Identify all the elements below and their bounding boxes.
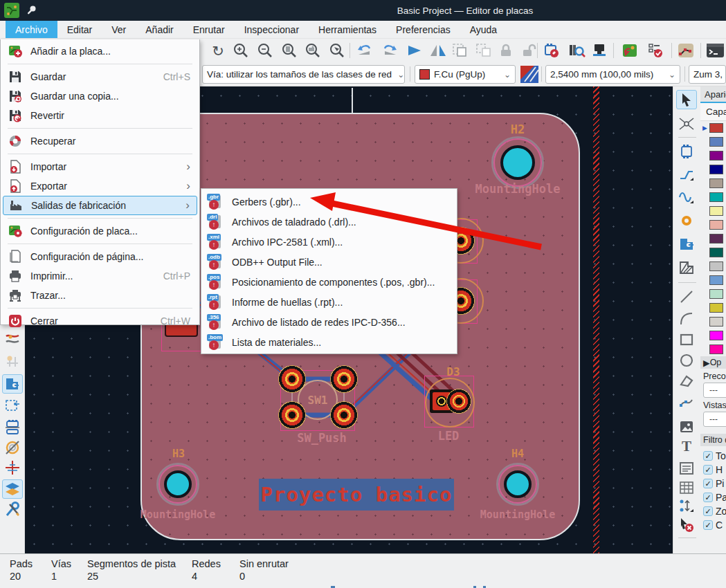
presets-select[interactable]: --- — [703, 383, 726, 398]
menu-herramientas[interactable]: Herramientas — [309, 21, 386, 38]
tab-capas[interactable]: Capas — [700, 103, 726, 121]
submenu-item-odb[interactable]: .odb↑ ODB++ Output File... — [201, 252, 457, 272]
menu-item-export[interactable]: Exportar› — [3, 176, 197, 196]
zone-outline-icon[interactable] — [2, 396, 23, 415]
draw-circle-icon[interactable] — [676, 351, 697, 370]
draw-bezier-icon[interactable] — [676, 392, 697, 412]
menu-enrutar[interactable]: Enrutar — [183, 21, 235, 38]
menu-inspeccionar[interactable]: Inspeccionar — [235, 21, 309, 38]
filter-zones[interactable]: ✓Zo — [700, 504, 726, 518]
zoom-fit-page-icon[interactable] — [279, 41, 300, 60]
3d-viewer-icon[interactable] — [590, 41, 610, 60]
layer-color-swatch[interactable] — [709, 151, 723, 160]
selection-filter-header[interactable]: Filtro de — [700, 434, 726, 446]
show-vias-icon[interactable] — [2, 351, 23, 371]
layer-color-swatch[interactable] — [709, 165, 723, 174]
layer-row[interactable] — [700, 190, 726, 204]
submenu-item-ipc2581[interactable]: .xml↑ Archivo IPC-2581 (.xml)... — [201, 232, 457, 252]
crosshair-icon[interactable] — [2, 458, 23, 477]
add-text-icon[interactable]: T — [676, 437, 697, 456]
add-zone-icon[interactable] — [676, 235, 697, 254]
footprint-library-icon[interactable] — [566, 41, 587, 60]
redo-icon[interactable] — [379, 41, 400, 60]
tune-length-icon[interactable] — [676, 187, 697, 207]
submenu-item-bom[interactable]: .bom↑ Lista de materiales... — [201, 332, 457, 352]
layer-color-swatch[interactable] — [709, 261, 723, 271]
layer-pair-icon[interactable] — [520, 66, 538, 83]
board-title-text[interactable]: Proyecto basico — [259, 479, 454, 511]
forward-icon[interactable] — [404, 41, 425, 60]
filter-footprints[interactable]: ✓H — [700, 463, 726, 477]
menu-preferencias[interactable]: Preferencias — [386, 21, 460, 38]
layer-row[interactable] — [700, 135, 726, 149]
menu-item-fabrication-outputs[interactable]: Salidas de fabricación› — [3, 196, 197, 215]
scripting-console-icon[interactable] — [705, 41, 725, 60]
active-layer-select[interactable]: F.Cu (PgUp)⌄ — [415, 65, 516, 84]
submenu-item-component-placement[interactable]: .pos↑ Posicionamiento de componentes (.p… — [201, 272, 457, 292]
show-tracks-icon[interactable] — [2, 329, 23, 349]
layer-row[interactable] — [700, 163, 726, 176]
layer-color-swatch[interactable] — [709, 303, 723, 313]
menu-ver[interactable]: Ver — [102, 21, 136, 38]
menu-item-board-setup[interactable]: Configuración de placa... — [3, 221, 197, 241]
unlock-icon[interactable] — [518, 41, 538, 60]
menu-item-import[interactable]: Importar› — [3, 157, 197, 176]
grid-select[interactable]: 2,5400 mm (100,00 mils)⌄ — [545, 65, 680, 84]
layer-row[interactable] — [700, 315, 726, 329]
refresh-icon[interactable]: ↻ — [208, 41, 228, 60]
submenu-item-footprint-report[interactable]: .rpt↑ Informe de huellas (.rpt)... — [201, 292, 457, 312]
zoom-in-icon[interactable] — [230, 41, 251, 60]
layer-row[interactable] — [700, 273, 726, 287]
layer-color-swatch[interactable] — [709, 178, 723, 188]
layer-row[interactable] — [700, 204, 726, 218]
via-size-select[interactable]: Vía: utilizar los tamaños de las clases … — [202, 65, 405, 84]
layer-row[interactable] — [700, 176, 726, 190]
viewports-select[interactable]: --- — [703, 412, 726, 427]
layer-row[interactable] — [700, 149, 726, 163]
submenu-item-gerbers[interactable]: .gbr↑ Gerbers (.gbr)... — [201, 192, 457, 212]
zoom-select[interactable]: Zum 3, — [689, 65, 726, 84]
submenu-item-drill[interactable]: .drl↑ Archivos de taladrado (.drl)... — [201, 212, 457, 232]
layer-row[interactable] — [700, 246, 726, 259]
zoom-selection-icon[interactable] — [327, 41, 347, 60]
ungroup-icon[interactable] — [473, 41, 494, 60]
layer-color-swatch[interactable] — [709, 344, 723, 354]
layer-row[interactable] — [700, 329, 726, 342]
objects-section-header[interactable]: ▶ Op — [700, 356, 726, 369]
footprint-outline-icon[interactable] — [2, 418, 23, 437]
layer-row[interactable]: ▶ — [700, 121, 726, 135]
add-dimension-icon[interactable] — [676, 496, 697, 515]
group-icon[interactable] — [450, 41, 471, 60]
update-pcb-icon[interactable] — [619, 41, 640, 60]
layer-row[interactable] — [700, 287, 726, 301]
draw-arc-icon[interactable] — [676, 309, 697, 329]
filter-graphics[interactable]: ✓C — [700, 518, 726, 532]
footprint-editor-icon[interactable] — [541, 41, 562, 60]
menu-item-revert[interactable]: Revertir — [3, 106, 197, 125]
net-inspector-icon[interactable] — [675, 41, 696, 60]
menu-item-close[interactable]: CerrarCtrl+W — [3, 311, 197, 331]
tab-apariencia[interactable]: Aparien — [700, 86, 726, 103]
layer-color-swatch[interactable] — [709, 206, 723, 216]
layer-color-swatch[interactable] — [709, 220, 723, 230]
menu-item-page-setup[interactable]: Configuración de página... — [3, 247, 197, 266]
layer-color-swatch[interactable] — [709, 275, 723, 285]
menu-archivo[interactable]: Archivo — [6, 21, 57, 38]
draw-rectangle-icon[interactable] — [676, 330, 697, 349]
lock-icon[interactable] — [496, 41, 516, 60]
mirror-icon[interactable] — [428, 41, 448, 60]
layer-row[interactable] — [700, 301, 726, 315]
layer-color-swatch[interactable] — [709, 123, 723, 133]
route-tracks-icon[interactable] — [676, 165, 697, 184]
delete-tool-icon[interactable] — [676, 515, 697, 535]
layer-color-swatch[interactable] — [709, 192, 723, 202]
add-rule-area-icon[interactable] — [676, 258, 697, 277]
layer-row[interactable] — [700, 259, 726, 273]
menu-editar[interactable]: Editar — [57, 21, 102, 38]
draw-polygon-icon[interactable] — [676, 371, 697, 391]
add-footprint-icon[interactable] — [676, 142, 697, 161]
filter-tracks[interactable]: ✓Pi — [700, 477, 726, 490]
menu-item-rescue[interactable]: Recuperar — [3, 131, 197, 151]
submenu-item-ipcd356[interactable]: .356↑ Archivo de listado de redes IPC-D-… — [201, 312, 457, 332]
menu-item-append-board[interactable]: Añadir a la placa... — [3, 42, 197, 61]
